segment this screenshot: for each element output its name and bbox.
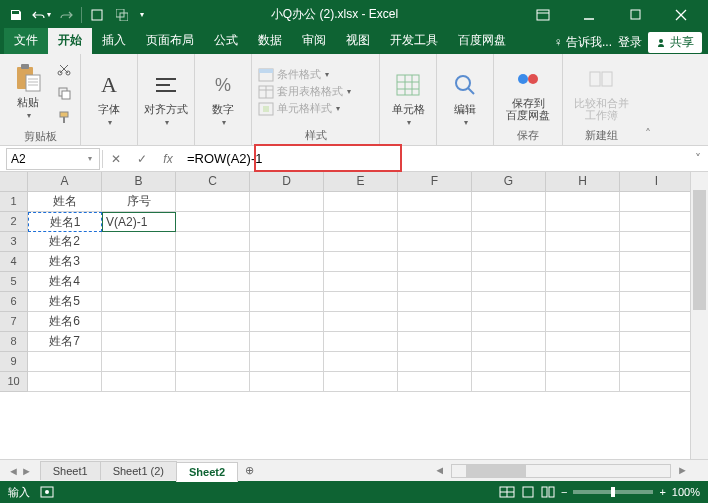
cell-C3[interactable]	[176, 232, 250, 252]
add-sheet-icon[interactable]: ⊕	[237, 464, 262, 477]
cell-G2[interactable]	[472, 212, 546, 232]
cell-H4[interactable]	[546, 252, 620, 272]
cell-I1[interactable]	[620, 192, 694, 212]
cell-I8[interactable]	[620, 332, 694, 352]
col-header[interactable]: A	[28, 172, 102, 192]
share-button[interactable]: 共享	[648, 32, 702, 53]
zoom-level[interactable]: 100%	[672, 486, 700, 498]
cell-C4[interactable]	[176, 252, 250, 272]
cell-E9[interactable]	[324, 352, 398, 372]
cell-F8[interactable]	[398, 332, 472, 352]
table-format-button[interactable]: 套用表格格式 ▾	[258, 84, 351, 99]
cell-D1[interactable]	[250, 192, 324, 212]
tab-home[interactable]: 开始	[48, 28, 92, 54]
zoom-out-icon[interactable]: −	[561, 486, 567, 498]
cell-B7[interactable]	[102, 312, 176, 332]
minimize-icon[interactable]	[566, 0, 612, 29]
row-header[interactable]: 10	[0, 372, 28, 392]
tab-view[interactable]: 视图	[336, 28, 380, 54]
login-link[interactable]: 登录	[618, 34, 642, 51]
cell-B9[interactable]	[102, 352, 176, 372]
cell-G1[interactable]	[472, 192, 546, 212]
cell-H8[interactable]	[546, 332, 620, 352]
qat-customize-icon[interactable]: ▾	[135, 3, 149, 27]
cell-D7[interactable]	[250, 312, 324, 332]
cell-C1[interactable]	[176, 192, 250, 212]
ribbon-options-icon[interactable]	[520, 0, 566, 29]
cell-C6[interactable]	[176, 292, 250, 312]
cell-G5[interactable]	[472, 272, 546, 292]
cell-D8[interactable]	[250, 332, 324, 352]
editing-button[interactable]: 编辑▾	[443, 66, 487, 132]
col-header[interactable]: E	[324, 172, 398, 192]
tab-review[interactable]: 审阅	[292, 28, 336, 54]
cell-I10[interactable]	[620, 372, 694, 392]
maximize-icon[interactable]	[612, 0, 658, 29]
cell-G9[interactable]	[472, 352, 546, 372]
cell-D6[interactable]	[250, 292, 324, 312]
cell-A5[interactable]: 姓名4	[28, 272, 102, 292]
alignment-button[interactable]: 对齐方式▾	[144, 66, 188, 132]
cell-F3[interactable]	[398, 232, 472, 252]
row-header[interactable]: 2	[0, 212, 28, 232]
cell-styles-button[interactable]: 单元格样式 ▾	[258, 101, 351, 116]
cell-I9[interactable]	[620, 352, 694, 372]
cell-C5[interactable]	[176, 272, 250, 292]
cell-B3[interactable]	[102, 232, 176, 252]
cell-I4[interactable]	[620, 252, 694, 272]
cell-H3[interactable]	[546, 232, 620, 252]
tab-baidu[interactable]: 百度网盘	[448, 28, 516, 54]
cell-D3[interactable]	[250, 232, 324, 252]
copy-icon[interactable]	[54, 83, 74, 103]
cell-B8[interactable]	[102, 332, 176, 352]
enter-formula-icon[interactable]: ✓	[129, 148, 155, 170]
hscroll-right-icon[interactable]: ►	[677, 464, 688, 478]
cell-B6[interactable]	[102, 292, 176, 312]
col-header[interactable]: B	[102, 172, 176, 192]
cell-I2[interactable]	[620, 212, 694, 232]
cut-icon[interactable]	[54, 59, 74, 79]
row-header[interactable]: 8	[0, 332, 28, 352]
cell-B5[interactable]	[102, 272, 176, 292]
cell-G3[interactable]	[472, 232, 546, 252]
cancel-formula-icon[interactable]: ✕	[103, 148, 129, 170]
hscroll-left-icon[interactable]: ◄	[434, 464, 445, 478]
cell-F10[interactable]	[398, 372, 472, 392]
cell-H5[interactable]	[546, 272, 620, 292]
zoom-in-icon[interactable]: +	[659, 486, 665, 498]
cell-C8[interactable]	[176, 332, 250, 352]
select-all-corner[interactable]	[0, 172, 28, 192]
conditional-format-button[interactable]: 条件格式 ▾	[258, 67, 351, 82]
cell-C7[interactable]	[176, 312, 250, 332]
cell-A9[interactable]	[28, 352, 102, 372]
cell-F9[interactable]	[398, 352, 472, 372]
cell-C10[interactable]	[176, 372, 250, 392]
cell-A3[interactable]: 姓名2	[28, 232, 102, 252]
cell-E5[interactable]	[324, 272, 398, 292]
view-page-break-icon[interactable]	[541, 486, 555, 498]
cell-D2[interactable]	[250, 212, 324, 232]
cell-G8[interactable]	[472, 332, 546, 352]
cell-A6[interactable]: 姓名5	[28, 292, 102, 312]
number-format-button[interactable]: % 数字▾	[201, 66, 245, 132]
next-sheet-icon[interactable]: ►	[21, 465, 32, 477]
col-header[interactable]: H	[546, 172, 620, 192]
vertical-scrollbar[interactable]	[690, 172, 708, 459]
cells-button[interactable]: 单元格▾	[386, 66, 430, 132]
cell-E6[interactable]	[324, 292, 398, 312]
save-baidu-button[interactable]: 保存到百度网盘	[500, 59, 556, 125]
sheet-tab[interactable]: Sheet1	[40, 461, 101, 480]
cell-F6[interactable]	[398, 292, 472, 312]
save-icon[interactable]	[4, 3, 28, 27]
cell-D10[interactable]	[250, 372, 324, 392]
qat-btn[interactable]	[85, 3, 109, 27]
cell-I6[interactable]	[620, 292, 694, 312]
cell-A1[interactable]: 姓名	[28, 192, 102, 212]
cell-F5[interactable]	[398, 272, 472, 292]
cell-B2[interactable]: V(A2)-1	[102, 212, 176, 232]
cell-A2[interactable]: 姓名1	[28, 212, 102, 232]
namebox-dropdown-icon[interactable]: ▾	[88, 154, 92, 163]
cell-H6[interactable]	[546, 292, 620, 312]
cell-E10[interactable]	[324, 372, 398, 392]
cell-H9[interactable]	[546, 352, 620, 372]
